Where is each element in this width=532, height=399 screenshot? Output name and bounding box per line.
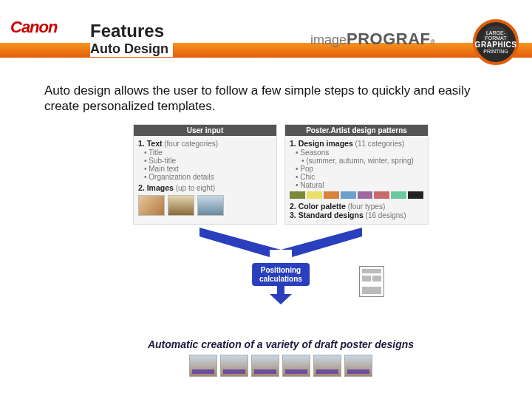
images-label: 2. Images [138, 183, 174, 192]
user-image-thumbs [138, 195, 272, 216]
merge-arrow-icon [133, 228, 429, 262]
color-palette-label: 2. Color palette [290, 202, 346, 211]
list-item: Seasons [296, 149, 423, 157]
result-thumbs [133, 355, 429, 377]
list-item: Sub-title [144, 157, 272, 165]
design-images-label: 1. Design images [290, 139, 353, 148]
list-item: (summer, autumn, winter, spring) [296, 157, 423, 165]
list-item: Organization details [144, 173, 272, 181]
accent-bar [0, 43, 532, 58]
swatch-icon [341, 191, 356, 199]
text-bullet-list: Title Sub-title Main text Organization d… [138, 149, 272, 181]
user-input-panel: User input 1. Text (four categories) Tit… [133, 124, 277, 225]
arrow-stage [133, 228, 429, 262]
standard-designs-note: (16 designs) [364, 211, 406, 219]
user-input-header: User input [134, 125, 276, 136]
result-thumb-icon [251, 355, 279, 377]
imageprograf-logo: image PROGRAF ® [310, 30, 435, 49]
registered-mark: ® [431, 38, 436, 46]
result-thumb-icon [344, 355, 372, 377]
thumb-icon [197, 195, 224, 216]
layout-preview-icon [359, 266, 384, 297]
logo-part-prograf: PROGRAF [347, 30, 431, 49]
design-images-note: (11 categories) [353, 140, 404, 148]
result-thumb-icon [220, 355, 248, 377]
images-note: (up to eight) [174, 184, 215, 192]
slide-header: Canon Features Auto Design image PROGRAF… [0, 0, 532, 58]
seal-text-mid: GRAPHICS [475, 41, 517, 49]
standard-designs-label: 3. Standard designs [290, 211, 364, 219]
list-item: Main text [144, 165, 272, 173]
design-patterns-panel: Poster.Artist design patterns 1. Design … [284, 124, 429, 225]
intro-paragraph: Auto design allows the user to follow a … [44, 83, 488, 115]
swatch-icon [324, 191, 339, 199]
swatch-icon [374, 191, 389, 199]
design-patterns-header: Poster.Artist design patterns [285, 125, 428, 136]
result-thumb-icon [313, 355, 341, 377]
list-item: Chic [296, 173, 423, 181]
list-item: Natural [296, 181, 423, 189]
canon-logo: Canon [10, 18, 57, 37]
color-palette-note: (four types) [346, 202, 385, 211]
swatch-icon [358, 191, 373, 199]
seal-text-bot: PRINTING [483, 49, 508, 54]
text-categories-label: 1. Text [138, 139, 162, 148]
result-thumb-icon [282, 355, 310, 377]
thumb-icon [138, 195, 165, 216]
swatch-icon [391, 191, 406, 199]
positioning-box: Positioningcalculations [252, 263, 310, 286]
result-thumb-icon [189, 355, 217, 377]
seal-text-top: LARGE-FORMAT [476, 30, 516, 41]
thumb-icon [168, 195, 194, 216]
page-subtitle: Auto Design [90, 41, 173, 57]
list-item: Title [144, 149, 272, 157]
swatch-icon [290, 191, 305, 199]
page-title: Features [90, 21, 164, 41]
swatch-icon [408, 191, 423, 199]
workflow-diagram: User input 1. Text (four categories) Tit… [133, 124, 429, 377]
design-bullet-list: Seasons (summer, autumn, winter, spring)… [290, 149, 423, 189]
result-caption: Automatic creation of a variety of draft… [133, 338, 429, 350]
arrow-down-icon [270, 285, 292, 304]
swatch-icon [307, 191, 322, 199]
graphics-seal-icon: LARGE-FORMAT GRAPHICS PRINTING [473, 19, 519, 65]
list-item: Pop [296, 165, 423, 173]
text-categories-note: (four categories) [162, 140, 218, 148]
color-palette-row [290, 191, 423, 199]
logo-part-image: image [310, 33, 347, 48]
